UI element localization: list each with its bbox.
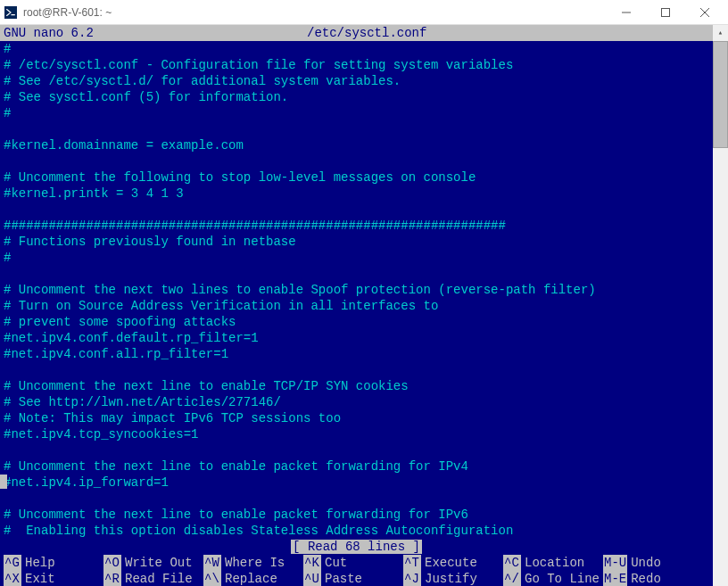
file-line[interactable]: # Enabling this option disables Stateles… [4,523,713,539]
shortcut: ^JJustify [403,571,503,586]
shortcut: ^UPaste [303,571,403,586]
file-line[interactable]: ########################################… [4,218,713,234]
shortcut-key: ^W [203,555,221,571]
file-line[interactable]: # prevent some spoofing attacks [4,314,713,330]
file-line[interactable]: #kernel.domainname = example.com [4,137,713,153]
file-line[interactable]: #net.ipv4.ip_forward=1 [4,475,713,491]
nano-title-bar: GNU nano 6.2 /etc/sysctl.conf [0,25,713,41]
file-line[interactable]: # [4,250,713,266]
shortcut-key: ^K [303,555,321,571]
shortcut-label: Help [25,555,55,571]
file-line[interactable]: # Uncomment the next line to enable pack… [4,458,713,475]
scroll-up-arrow[interactable]: ▴ [713,25,728,40]
shortcut-key: ^U [303,571,321,586]
shortcut-label: Location [525,555,584,571]
nano-status: [ Read 68 lines ] [0,539,713,555]
shortcut-label: Execute [425,555,477,571]
shortcut: ^KCut [303,555,403,571]
shortcut-key: ^\ [203,571,221,586]
shortcut-label: Redo [631,571,661,586]
status-text: [ Read 68 lines ] [291,540,422,554]
shortcut-label: Read File [125,571,193,586]
file-line[interactable]: # See sysctl.conf (5) for information. [4,89,713,105]
shortcut-label: Where Is [225,555,285,571]
file-line[interactable] [4,153,713,169]
powershell-icon [4,5,18,20]
shortcut-key: ^R [103,571,121,586]
shortcut-label: Cut [325,555,347,571]
shortcut: ^XExit [4,571,103,586]
file-line[interactable]: #net.ipv4.tcp_syncookies=1 [4,426,713,442]
scroll-thumb[interactable] [713,41,728,148]
shortcut-key: ^C [503,555,521,571]
file-line[interactable]: # /etc/sysctl.conf - Configuration file … [4,57,713,73]
shortcut: ^OWrite Out [103,555,203,571]
shortcut: ^CLocation [503,555,603,571]
shortcut-label: Replace [225,571,277,586]
file-line[interactable]: # See http://lwn.net/Articles/277146/ [4,394,713,410]
file-line[interactable]: # Uncomment the next line to enable pack… [4,507,713,523]
terminal-area[interactable]: GNU nano 6.2 /etc/sysctl.conf ## /etc/sy… [0,25,728,586]
shortcut-key: ^J [403,571,421,586]
shortcut-key: ^G [4,555,21,571]
nano-filename: /etc/sysctl.conf [307,25,426,41]
window-controls [607,0,724,25]
editor-body[interactable]: ## /etc/sysctl.conf - Configuration file… [0,41,713,539]
svg-rect-2 [662,8,670,16]
shortcut-key: ^O [103,555,121,571]
window-title: root@RR-V-601: ~ [23,6,607,19]
close-button[interactable] [685,0,724,25]
file-line[interactable]: # [4,41,713,57]
shortcut: ^/Go To Line [503,571,603,586]
shortcut: ^WWhere Is [203,555,303,571]
shortcut: ^\Replace [203,571,303,586]
shortcut-key: M-U [603,555,627,571]
file-line[interactable] [4,362,713,378]
file-line[interactable]: # Uncomment the next line to enable TCP/… [4,378,713,394]
shortcut: M-UUndo [603,555,666,571]
file-line[interactable]: #net.ipv4.conf.default.rp_filter=1 [4,330,713,346]
shortcut-label: Go To Line [525,571,600,586]
maximize-button[interactable] [646,0,685,25]
file-line[interactable]: # Uncomment the next two lines to enable… [4,282,713,298]
shortcut-label: Justify [425,571,477,586]
minimize-button[interactable] [607,0,646,25]
shortcut: M-ERedo [603,571,666,586]
shortcut: ^TExecute [403,555,503,571]
shortcut-key: M-E [603,571,627,586]
file-line[interactable] [4,491,713,507]
nano-shortcuts: ^GHelp^OWrite Out^WWhere Is^KCut^TExecut… [0,555,713,586]
file-line[interactable] [4,202,713,218]
file-line[interactable]: # See /etc/sysctl.d/ for additional syst… [4,73,713,89]
file-line[interactable]: # [4,105,713,121]
file-line[interactable]: # Turn on Source Address Verification in… [4,298,713,314]
shortcut-key: ^/ [503,571,521,586]
shortcut-label: Paste [325,571,362,586]
file-line[interactable]: # Note: This may impact IPv6 TCP session… [4,410,713,426]
scrollbar[interactable]: ▴ [713,25,728,586]
shortcut-key: ^X [4,571,21,586]
nano-version: GNU nano 6.2 [4,25,307,41]
shortcut-key: ^T [403,555,421,571]
file-line[interactable] [4,442,713,458]
shortcut: ^RRead File [103,571,203,586]
file-line[interactable]: # Functions previously found in netbase [4,234,713,250]
file-line[interactable] [4,121,713,137]
shortcut: ^GHelp [4,555,103,571]
file-line[interactable] [4,266,713,282]
shortcut-label: Undo [631,555,661,571]
shortcut-label: Exit [25,571,55,586]
file-line[interactable]: #kernel.printk = 3 4 1 3 [4,186,713,202]
shortcut-label: Write Out [125,555,193,571]
file-line[interactable]: # Uncomment the following to stop low-le… [4,169,713,186]
file-line[interactable]: #net.ipv4.conf.all.rp_filter=1 [4,346,713,362]
text-cursor [0,475,7,489]
window-titlebar: root@RR-V-601: ~ [0,0,728,25]
